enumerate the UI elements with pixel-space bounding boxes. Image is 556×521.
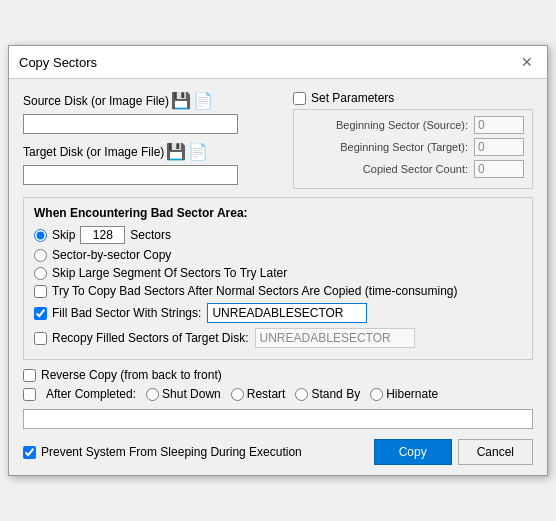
dialog-title: Copy Sectors <box>19 55 97 70</box>
source-disk-icon[interactable]: 💾 <box>171 91 191 110</box>
skip-row: Skip Sectors <box>34 226 522 244</box>
restart-radio[interactable] <box>231 388 244 401</box>
bad-sector-title: When Encountering Bad Sector Area: <box>34 206 522 220</box>
after-completed-row: After Completed: Shut Down Restart Stand… <box>23 387 533 401</box>
close-button[interactable]: ✕ <box>517 54 537 70</box>
prevent-sleep-checkbox[interactable] <box>23 446 36 459</box>
set-parameters-label: Set Parameters <box>311 91 394 105</box>
after-completed-label: After Completed: <box>46 387 136 401</box>
prevent-sleep-row: Prevent System From Sleeping During Exec… <box>23 445 302 459</box>
shutdown-radio[interactable] <box>146 388 159 401</box>
beginning-source-input[interactable] <box>474 116 524 134</box>
fill-checkbox[interactable] <box>34 307 47 320</box>
beginning-source-label: Beginning Sector (Source): <box>336 119 468 131</box>
sector-by-sector-row: Sector-by-sector Copy <box>34 248 522 262</box>
standby-label: Stand By <box>311 387 360 401</box>
skip-radio[interactable] <box>34 229 47 242</box>
standby-option: Stand By <box>295 387 360 401</box>
source-disk-input[interactable] <box>23 114 238 134</box>
copy-sectors-dialog: Copy Sectors ✕ Source Disk (or Image Fil… <box>8 45 548 476</box>
copied-sector-count-input[interactable] <box>474 160 524 178</box>
skip-label: Skip <box>52 228 75 242</box>
restart-option: Restart <box>231 387 286 401</box>
beginning-target-input[interactable] <box>474 138 524 156</box>
try-copy-checkbox[interactable] <box>34 285 47 298</box>
skip-large-row: Skip Large Segment Of Sectors To Try Lat… <box>34 266 522 280</box>
set-parameters-checkbox[interactable] <box>293 92 306 105</box>
target-disk-input[interactable] <box>23 165 238 185</box>
skip-unit-label: Sectors <box>130 228 171 242</box>
fill-value-input[interactable] <box>207 303 367 323</box>
copied-sector-count-label: Copied Sector Count: <box>363 163 468 175</box>
copy-button[interactable]: Copy <box>374 439 452 465</box>
after-completed-checkbox[interactable] <box>23 388 36 401</box>
title-bar: Copy Sectors ✕ <box>9 46 547 79</box>
try-copy-row: Try To Copy Bad Sectors After Normal Sec… <box>34 284 522 298</box>
action-buttons: Copy Cancel <box>374 439 533 465</box>
try-copy-label: Try To Copy Bad Sectors After Normal Sec… <box>52 284 458 298</box>
progress-bar <box>23 409 533 429</box>
shutdown-option: Shut Down <box>146 387 221 401</box>
recopy-label: Recopy Filled Sectors of Target Disk: <box>52 331 249 345</box>
reverse-copy-checkbox[interactable] <box>23 369 36 382</box>
target-disk-icon[interactable]: 💾 <box>166 142 186 161</box>
recopy-row: Recopy Filled Sectors of Target Disk: <box>34 328 522 348</box>
bad-sector-group: When Encountering Bad Sector Area: Skip … <box>23 197 533 360</box>
hibernate-option: Hibernate <box>370 387 438 401</box>
reverse-copy-row: Reverse Copy (from back to front) <box>23 368 533 382</box>
restart-label: Restart <box>247 387 286 401</box>
fill-row: Fill Bad Sector With Strings: <box>34 303 522 323</box>
skip-large-radio[interactable] <box>34 267 47 280</box>
reverse-copy-label: Reverse Copy (from back to front) <box>41 368 222 382</box>
source-file-icon[interactable]: 📄 <box>193 91 213 110</box>
skip-value-input[interactable] <box>80 226 125 244</box>
skip-large-label: Skip Large Segment Of Sectors To Try Lat… <box>52 266 287 280</box>
bottom-row: Prevent System From Sleeping During Exec… <box>23 439 533 465</box>
recopy-value-input[interactable] <box>255 328 415 348</box>
prevent-sleep-label: Prevent System From Sleeping During Exec… <box>41 445 302 459</box>
sector-by-sector-label: Sector-by-sector Copy <box>52 248 171 262</box>
beginning-target-label: Beginning Sector (Target): <box>340 141 468 153</box>
recopy-checkbox[interactable] <box>34 332 47 345</box>
target-file-icon[interactable]: 📄 <box>188 142 208 161</box>
hibernate-radio[interactable] <box>370 388 383 401</box>
shutdown-label: Shut Down <box>162 387 221 401</box>
sector-by-sector-radio[interactable] <box>34 249 47 262</box>
source-disk-label: Source Disk (or Image File) <box>23 94 169 108</box>
cancel-button[interactable]: Cancel <box>458 439 533 465</box>
fill-label: Fill Bad Sector With Strings: <box>52 306 201 320</box>
standby-radio[interactable] <box>295 388 308 401</box>
target-disk-label: Target Disk (or Image File) <box>23 145 164 159</box>
hibernate-label: Hibernate <box>386 387 438 401</box>
